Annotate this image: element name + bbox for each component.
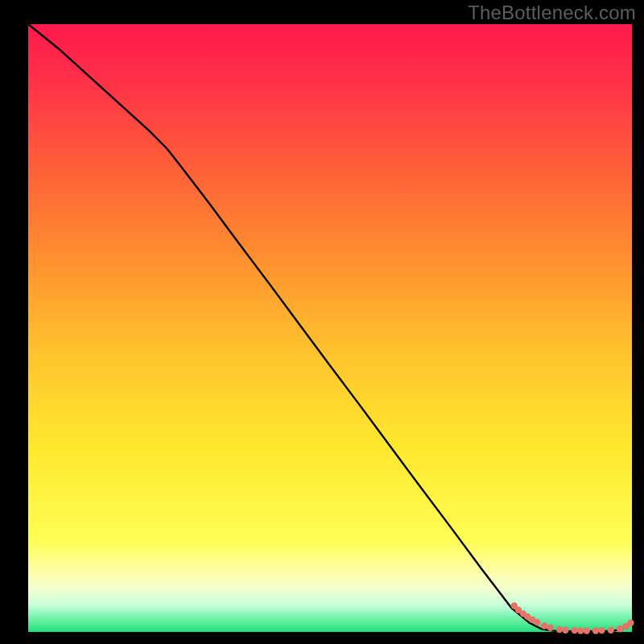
sample-dot	[584, 627, 590, 634]
sample-dot	[562, 627, 568, 634]
sample-dot	[547, 625, 554, 631]
chart-frame: TheBottleneck.com	[0, 0, 644, 644]
sample-dot	[627, 619, 634, 625]
sample-dot	[534, 619, 540, 625]
sample-dot	[617, 625, 623, 632]
sample-dot	[541, 622, 547, 629]
watermark-text: TheBottleneck.com	[468, 2, 636, 24]
sample-dot	[556, 626, 563, 633]
sample-dot	[592, 627, 599, 634]
sample-dot	[598, 627, 605, 634]
sample-dot	[572, 627, 578, 634]
sample-dot	[608, 627, 614, 634]
bottleneck-chart	[0, 0, 644, 644]
sample-dot	[577, 627, 584, 634]
plot-area	[28, 24, 632, 632]
